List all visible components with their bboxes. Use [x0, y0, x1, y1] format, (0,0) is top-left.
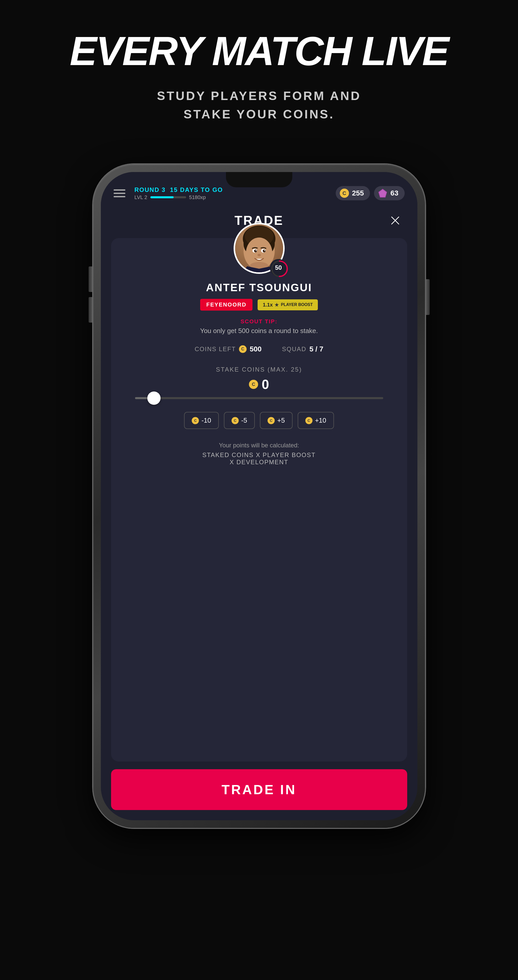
power-button [426, 279, 430, 315]
hero-title: EVERY MATCH LIVE [70, 30, 448, 72]
phone-screen: ROUND 3 15 DAYS TO GO LVL 2 5180xp C [101, 172, 418, 820]
coins-badge: C 255 [336, 186, 370, 200]
svg-point-13 [255, 250, 256, 251]
phone-notch [226, 172, 292, 187]
phone-mockup: ROUND 3 15 DAYS TO GO LVL 2 5180xp C [93, 164, 425, 828]
svg-marker-19 [275, 303, 279, 307]
stake-coin-icon: C [249, 380, 258, 389]
trade-in-button[interactable]: TRADE IN [111, 769, 407, 810]
volume-up-button [89, 266, 92, 292]
svg-marker-0 [379, 189, 387, 197]
minus-10-button[interactable]: C -10 [184, 412, 219, 429]
stats-row: COINS LEFT C 500 SQUAD 5 / 7 [195, 345, 324, 353]
player-badges: FEYENOORD 1.1x PLAYER BOOST [200, 299, 318, 310]
player-avatar-wrapper: 50 [234, 223, 285, 274]
xp-bar [150, 196, 186, 198]
svg-point-11 [254, 250, 257, 252]
round-info: ROUND 3 15 DAYS TO GO LVL 2 5180xp [134, 186, 223, 200]
volume-down-button [89, 297, 92, 323]
coins-left-stat: COINS LEFT C 500 [195, 345, 262, 353]
slider-thumb[interactable] [147, 391, 161, 405]
player-section: 50 ANTEF TSOUNGUI FEYENOORD 1.1x PLAYER … [111, 238, 407, 762]
hamburger-menu[interactable] [113, 189, 125, 197]
hero-subtitle: STUDY PLAYERS FORM AND STAKE YOUR COINS. [157, 87, 361, 124]
squad-stat: SQUAD 5 / 7 [282, 345, 324, 353]
scout-tip: SCOUT TIP: You only get 500 coins a roun… [200, 318, 318, 335]
phone-outer: ROUND 3 15 DAYS TO GO LVL 2 5180xp C [93, 164, 425, 828]
gem-icon [378, 189, 387, 198]
points-calc: Your points will be calculated: STAKED C… [202, 442, 316, 466]
svg-point-15 [257, 254, 261, 256]
team-badge: FEYENOORD [200, 299, 252, 310]
slider-fill [135, 397, 148, 399]
gems-badge: 63 [374, 186, 405, 200]
svg-point-12 [263, 250, 266, 252]
minus-5-button[interactable]: C -5 [224, 412, 255, 429]
plus-5-button[interactable]: C +5 [260, 412, 293, 429]
coin-icon: C [340, 189, 349, 198]
svg-point-14 [264, 250, 265, 251]
top-bar-right: C 255 63 [336, 186, 405, 200]
coin-slider[interactable] [135, 397, 383, 399]
close-button[interactable] [388, 213, 402, 228]
player-score-badge: 50 [270, 259, 287, 277]
player-name: ANTEF TSOUNGUI [206, 282, 312, 294]
stake-amount: 0 [262, 377, 269, 392]
stat-coin-icon: C [239, 345, 247, 353]
plus-10-button[interactable]: C +10 [298, 412, 334, 429]
quick-buttons: C -10 C -5 C +5 C +10 [184, 412, 334, 429]
boost-badge: 1.1x PLAYER BOOST [258, 299, 318, 310]
stake-section: STAKE COINS (MAX. 25) C 0 C -1 [121, 366, 397, 466]
